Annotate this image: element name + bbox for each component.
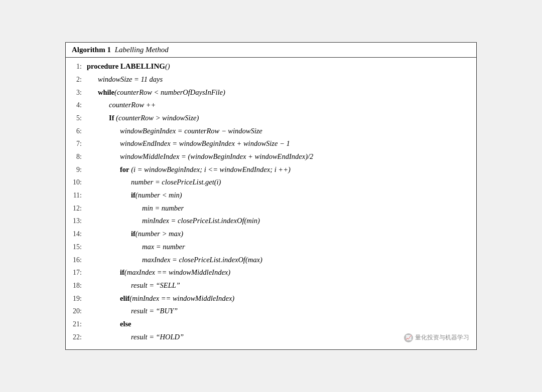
line-content: min = number bbox=[87, 203, 476, 214]
line-number: 13: bbox=[66, 216, 87, 227]
line-number: 6: bbox=[66, 126, 87, 137]
line-number: 20: bbox=[66, 306, 87, 317]
algo-line: 11:if(number < min) bbox=[66, 189, 476, 202]
line-content: minIndex = closePriceList.indexOf(min) bbox=[87, 215, 476, 226]
line-content: number = closePriceList.get(i) bbox=[87, 176, 476, 187]
line-content: else bbox=[87, 318, 476, 329]
line-number: 4: bbox=[66, 100, 87, 111]
algo-line: 12:min = number bbox=[66, 202, 476, 215]
line-number: 22: bbox=[66, 332, 87, 343]
algo-line: 14:if(number > max) bbox=[66, 228, 476, 241]
line-number: 18: bbox=[66, 280, 87, 291]
line-content: elif(minIndex == windowMiddleIndex) bbox=[87, 293, 476, 304]
algorithm-label: Algorithm 1 bbox=[72, 46, 111, 54]
line-number: 15: bbox=[66, 242, 87, 253]
algo-line: 8:windowMiddleIndex = (windowBeginIndex … bbox=[66, 150, 476, 163]
algo-line: 19:elif(minIndex == windowMiddleIndex) bbox=[66, 292, 476, 305]
algo-line: 17:if(maxIndex == windowMiddleIndex) bbox=[66, 266, 476, 279]
algo-line: 2:windowSize = 11 days bbox=[66, 73, 476, 86]
line-content: if(maxIndex == windowMiddleIndex) bbox=[87, 267, 476, 278]
algo-line: 15:max = number bbox=[66, 240, 476, 253]
line-content: windowSize = 11 days bbox=[87, 74, 476, 85]
algo-line: 6:windowBeginIndex = counterRow − window… bbox=[66, 124, 476, 137]
line-content: result = “SELL” bbox=[87, 280, 476, 291]
algo-line: 9:for (i = windowBeginIndex; i <= window… bbox=[66, 163, 476, 176]
algo-line: 18:result = “SELL” bbox=[66, 279, 476, 292]
line-number: 12: bbox=[66, 203, 87, 214]
algo-line: 10:number = closePriceList.get(i) bbox=[66, 176, 476, 189]
algorithm-body: 1:procedure Labelling()2:windowSize = 11… bbox=[66, 58, 476, 349]
line-content: If (counterRow > windowSize) bbox=[87, 112, 476, 123]
line-content: counterRow ++ bbox=[87, 99, 476, 110]
line-content: max = number bbox=[87, 241, 476, 252]
line-number: 9: bbox=[66, 164, 87, 175]
algorithm-container: Algorithm 1 Labelling Method 1:procedure… bbox=[65, 42, 477, 350]
line-content: if(number < min) bbox=[87, 189, 476, 201]
line-number: 21: bbox=[66, 319, 87, 330]
algo-line: 5:If (counterRow > windowSize) bbox=[66, 111, 476, 124]
line-content: windowMiddleIndex = (windowBeginIndex + … bbox=[87, 151, 476, 162]
line-number: 3: bbox=[66, 87, 87, 98]
line-number: 10: bbox=[66, 177, 87, 188]
algorithm-title: Labelling Method bbox=[115, 46, 169, 54]
line-content: maxIndex = closePriceList.indexOf(max) bbox=[87, 254, 476, 265]
algo-line: 21:else bbox=[66, 317, 476, 330]
line-number: 2: bbox=[66, 74, 87, 85]
line-number: 5: bbox=[66, 113, 87, 124]
algo-line: 16:maxIndex = closePriceList.indexOf(max… bbox=[66, 253, 476, 266]
algo-line: 1:procedure Labelling() bbox=[66, 60, 476, 73]
line-number: 7: bbox=[66, 138, 87, 149]
algorithm-header: Algorithm 1 Labelling Method bbox=[66, 43, 476, 58]
algo-line: 3:while(counterRow < numberOfDaysInFile) bbox=[66, 86, 476, 99]
line-number: 11: bbox=[66, 190, 87, 201]
line-number: 19: bbox=[66, 293, 87, 304]
line-number: 1: bbox=[66, 61, 87, 72]
line-content: for (i = windowBeginIndex; i <= windowEn… bbox=[87, 164, 476, 175]
line-number: 17: bbox=[66, 267, 87, 278]
line-number: 14: bbox=[66, 229, 87, 240]
line-number: 8: bbox=[66, 151, 87, 162]
line-number: 16: bbox=[66, 255, 87, 266]
line-content: while(counterRow < numberOfDaysInFile) bbox=[87, 87, 476, 98]
watermark-text: 量化投资与机器学习 bbox=[415, 333, 469, 342]
algo-line: 4:counterRow ++ bbox=[66, 99, 476, 112]
watermark-icon: 📈 bbox=[404, 333, 413, 342]
line-content: windowBeginIndex = counterRow − windowSi… bbox=[87, 125, 476, 136]
watermark: 📈 量化投资与机器学习 bbox=[404, 333, 469, 342]
algo-line: 13:minIndex = closePriceList.indexOf(min… bbox=[66, 215, 476, 228]
algo-line: 7:windowEndIndex = windowBeginIndex + wi… bbox=[66, 137, 476, 150]
line-content: result = “BUY” bbox=[87, 305, 476, 316]
line-content: windowEndIndex = windowBeginIndex + wind… bbox=[87, 138, 476, 149]
line-content: procedure Labelling() bbox=[87, 61, 476, 72]
line-content: if(number > max) bbox=[87, 228, 476, 239]
algo-line: 20:result = “BUY” bbox=[66, 305, 476, 318]
